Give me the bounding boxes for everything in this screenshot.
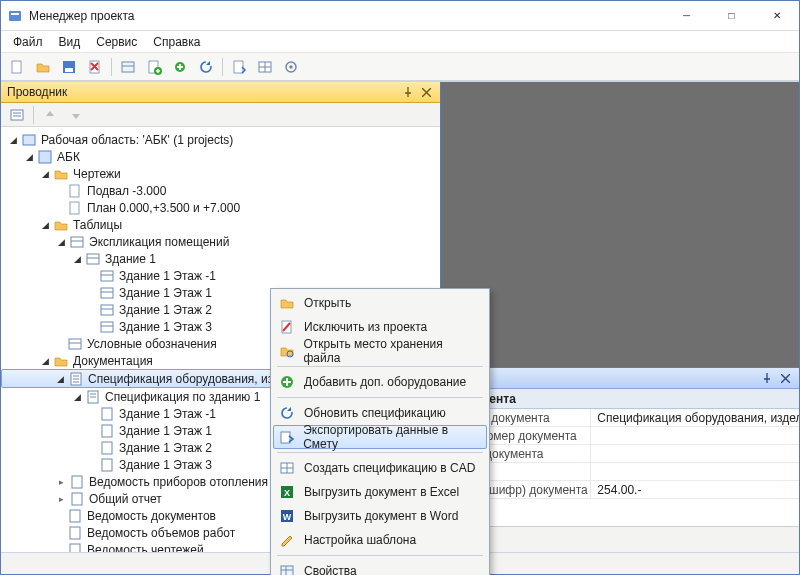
tb-add-eq[interactable]	[168, 56, 192, 78]
svg-rect-57	[72, 476, 82, 488]
ctx-add-equipment[interactable]: Добавить доп. оборудование	[273, 370, 487, 394]
ctx-export-smeta[interactable]: Экспортировать данные в Смету	[273, 425, 487, 449]
folder-icon	[53, 166, 69, 182]
tb-save[interactable]	[57, 56, 81, 78]
menu-service[interactable]: Сервис	[88, 33, 145, 51]
tree-building1[interactable]: ◢Здание 1	[1, 250, 440, 267]
svg-rect-59	[70, 510, 80, 522]
svg-rect-4	[65, 68, 73, 72]
ctx-template[interactable]: Настройка шаблона	[273, 528, 487, 552]
property-row[interactable]: ение (шифр) документа254.00.-	[441, 481, 799, 499]
svg-rect-42	[101, 322, 113, 332]
menu-help[interactable]: Справка	[145, 33, 208, 51]
tb-refresh[interactable]	[194, 56, 218, 78]
ctx-open-location[interactable]: Открыть место хранения файла	[273, 339, 487, 363]
svg-rect-55	[102, 442, 112, 454]
ctx-export-word[interactable]: WВыгрузить документ в Word	[273, 504, 487, 528]
properties-grid[interactable]: вание документаСпецификация оборудования…	[441, 409, 799, 526]
tree-floor-item[interactable]: Здание 1 Этаж -1	[1, 267, 440, 284]
drawing-icon	[67, 200, 83, 216]
svg-rect-34	[87, 254, 99, 264]
workspace-icon	[21, 132, 37, 148]
exp-up[interactable]	[38, 104, 62, 126]
svg-rect-30	[70, 185, 79, 197]
close-panel-icon[interactable]	[777, 370, 793, 386]
tree-drawing-item[interactable]: План 0.000,+3.500 и +7.000	[1, 199, 440, 216]
svg-rect-1	[11, 13, 19, 15]
svg-rect-40	[101, 305, 113, 315]
tb-sep-1	[111, 58, 112, 76]
ctx-create-cad[interactable]: Создать спецификацию в CAD	[273, 456, 487, 480]
close-panel-icon[interactable]	[418, 84, 434, 100]
tree-drawings[interactable]: ◢Чертежи	[1, 165, 440, 182]
export-icon	[278, 428, 295, 446]
doc-icon	[67, 542, 83, 553]
table-icon	[85, 251, 101, 267]
menu-bar: Файл Вид Сервис Справка	[1, 31, 799, 53]
svg-text:W: W	[283, 512, 292, 522]
folder-icon	[53, 217, 69, 233]
ctx-export-excel[interactable]: XВыгрузить документ в Excel	[273, 480, 487, 504]
tree-workspace[interactable]: ◢Рабочая область: 'АБК' (1 projects)	[1, 131, 440, 148]
ctx-open[interactable]: Открыть	[273, 291, 487, 315]
tb-props[interactable]	[116, 56, 140, 78]
spec-icon	[99, 457, 115, 473]
svg-rect-53	[102, 408, 112, 420]
exp-order[interactable]	[5, 104, 29, 126]
properties-group-header[interactable]: а документа	[441, 389, 799, 409]
tb-add[interactable]	[142, 56, 166, 78]
ctx-sep	[277, 452, 483, 453]
table-icon	[99, 302, 115, 318]
ctx-refresh-spec[interactable]: Обновить спецификацию	[273, 401, 487, 425]
property-row[interactable]: ение документа	[441, 445, 799, 463]
tb-export[interactable]	[227, 56, 251, 78]
tree-explication[interactable]: ◢Экспликация помещений	[1, 233, 440, 250]
svg-rect-25	[11, 110, 23, 120]
svg-rect-54	[102, 425, 112, 437]
property-row[interactable]: вый номер документа	[441, 427, 799, 445]
project-icon	[37, 149, 53, 165]
tb-open[interactable]	[31, 56, 55, 78]
edit-icon	[278, 531, 296, 549]
title-bar: Менеджер проекта ─ □ ✕	[1, 1, 799, 31]
tb-new[interactable]	[5, 56, 29, 78]
ctx-sep	[277, 555, 483, 556]
tree-abk[interactable]: ◢АБК	[1, 148, 440, 165]
property-row[interactable]: вание документаСпецификация оборудования…	[441, 409, 799, 427]
svg-rect-56	[102, 459, 112, 471]
close-button[interactable]: ✕	[754, 1, 799, 31]
svg-rect-31	[70, 202, 79, 214]
pin-icon[interactable]	[759, 370, 775, 386]
tb-cad[interactable]	[253, 56, 277, 78]
svg-rect-60	[70, 527, 80, 539]
drawing-icon	[67, 183, 83, 199]
tree-tables[interactable]: ◢Таблицы	[1, 216, 440, 233]
folder-search-icon	[278, 342, 296, 360]
document-area: а документа вание документаСпецификация …	[441, 82, 799, 552]
svg-rect-28	[23, 135, 35, 145]
app-window: Менеджер проекта ─ □ ✕ Файл Вид Сервис С…	[0, 0, 800, 575]
tb-settings[interactable]	[279, 56, 303, 78]
window-title: Менеджер проекта	[29, 9, 664, 23]
svg-point-22	[289, 65, 292, 68]
ctx-properties[interactable]: Свойства	[273, 559, 487, 575]
pin-icon[interactable]	[400, 84, 416, 100]
menu-file[interactable]: Файл	[5, 33, 51, 51]
exp-down[interactable]	[64, 104, 88, 126]
properties-panel: а документа вание документаСпецификация …	[441, 367, 799, 552]
app-icon	[7, 8, 23, 24]
ctx-sep	[277, 366, 483, 367]
explorer-title: Проводник	[7, 85, 67, 99]
doc-icon	[69, 491, 85, 507]
tb-delete[interactable]	[83, 56, 107, 78]
tree-drawing-item[interactable]: Подвал -3.000	[1, 182, 440, 199]
property-row[interactable]: иста	[441, 463, 799, 481]
ctx-exclude[interactable]: Исключить из проекта	[273, 315, 487, 339]
ctx-sep	[277, 397, 483, 398]
open-icon	[278, 294, 296, 312]
properties-icon	[278, 562, 296, 575]
minimize-button[interactable]: ─	[664, 1, 709, 31]
menu-view[interactable]: Вид	[51, 33, 89, 51]
maximize-button[interactable]: □	[709, 1, 754, 31]
excel-icon: X	[278, 483, 296, 501]
